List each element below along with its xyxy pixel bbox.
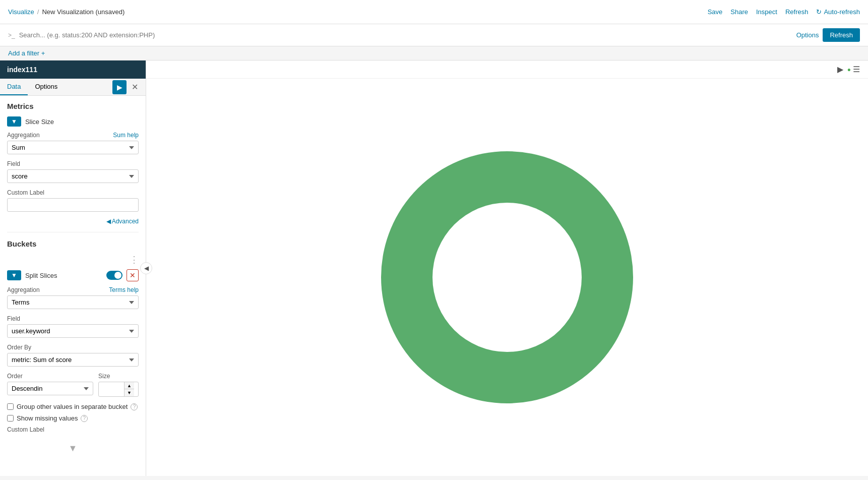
buckets-aggregation-label: Aggregation Terms help [7,286,139,293]
share-button[interactable]: Share [730,8,748,16]
search-input[interactable] [19,31,792,39]
search-bar: >_ Options Refresh [0,24,868,46]
split-slices-toggle-switch[interactable] [106,271,122,280]
panel-index-name: index111 [0,61,146,79]
advanced-link[interactable]: ◀ Advanced [7,218,139,225]
metrics-title: Metrics [7,102,139,110]
buckets-field-group: Field user.keyword [7,315,139,338]
size-label: Size [98,373,139,380]
auto-refresh-button[interactable]: ↻ Auto-refresh [816,8,860,16]
filter-bar: Add a filter + [0,46,868,61]
aggregation-select[interactable]: Sum [7,141,139,154]
chevron-down-icon-2: ▼ [11,272,17,279]
breadcrumb-current: New Visualization (unsaved) [42,8,125,16]
split-slices-row: ▼ Split Slices ✕ [7,269,139,281]
buckets-aggregation-help-link[interactable]: Terms help [109,286,139,293]
buckets-custom-label-group: Custom Label [7,426,139,433]
buckets-aggregation-label-text: Aggregation [7,286,40,293]
drag-handle-icon[interactable]: ⋮ [130,254,139,265]
aggregation-group: Aggregation Sum help Sum [7,132,139,154]
field-label-text: Field [7,160,20,167]
field-select[interactable]: score [7,169,139,183]
show-missing-help-icon[interactable]: ? [81,415,88,422]
left-panel: index111 Data Options ▶ ✕ Metrics [0,61,146,476]
split-slices-toggle[interactable]: ▼ [7,270,21,280]
auto-refresh-label: Auto-refresh [824,8,860,16]
aggregation-help-link[interactable]: Sum help [113,132,139,139]
panel-close-button[interactable]: ✕ [128,80,142,94]
close-icon: ✕ [132,82,138,92]
custom-label-input[interactable] [7,198,139,212]
aggregation-label-text: Aggregation [7,132,40,139]
advanced-label: Advanced [112,218,139,225]
viz-legend-button[interactable]: ● ☰ [847,65,860,74]
right-panel: ◀ ▶ ● ☰ [146,61,868,476]
refresh-icon: ↻ [816,8,822,16]
search-prompt-icon: >_ [8,32,15,39]
chevron-left-icon: ◀ [106,218,111,225]
buckets-section: Buckets ⋮ ▼ Split Slices ✕ [7,239,139,458]
buckets-aggregation-group: Aggregation Terms help Terms [7,286,139,309]
section-divider: ⋮ [7,254,139,265]
split-slices-label: Split Slices [25,272,57,279]
top-nav: Visualize / New Visualization (unsaved) … [0,0,868,24]
panel-run-button[interactable]: ▶ [112,80,127,94]
show-missing-label: Show missing values [17,414,78,422]
group-other-label: Group other values in separate bucket [17,403,128,410]
tab-data[interactable]: Data [0,79,28,95]
buckets-field-select[interactable]: user.keyword [7,324,139,338]
order-size-row: Order Descendin Size 5 ▲ [7,373,139,403]
custom-label-group: Custom Label [7,189,139,212]
delete-icon: ✕ [130,271,136,279]
save-button[interactable]: Save [708,8,723,16]
inspect-button[interactable]: Inspect [756,8,777,16]
custom-label-text: Custom Label [7,189,44,196]
field-group: Field score [7,160,139,183]
refresh-button-top[interactable]: Refresh [785,8,809,16]
viz-play-button[interactable]: ▶ [837,65,843,74]
add-filter-button[interactable]: Add a filter + [8,49,45,57]
slice-size-row: ▼ Slice Size [7,116,139,127]
viz-area [146,79,868,476]
order-label-text: Order [7,373,23,380]
order-by-group: Order By metric: Sum of score [7,344,139,367]
refresh-search-button[interactable]: Refresh [823,28,860,42]
donut-inner [432,203,582,352]
size-label-text: Size [98,373,110,380]
tab-options[interactable]: Options [28,79,65,95]
size-input[interactable]: 5 [99,383,124,396]
order-select[interactable]: Descendin [7,382,93,395]
top-nav-actions: Save Share Inspect Refresh ↻ Auto-refres… [708,8,860,16]
slice-size-toggle[interactable]: ▼ [7,116,21,127]
panel-tabs: Data Options ▶ ✕ [0,79,146,96]
buckets-custom-label-label: Custom Label [7,426,139,433]
show-missing-checkbox[interactable] [7,415,14,422]
slice-size-label: Slice Size [25,118,54,126]
order-group: Order Descendin [7,373,93,397]
group-other-help-icon[interactable]: ? [131,403,138,410]
show-missing-row: Show missing values ? [7,414,139,422]
breadcrumb-separator: / [37,8,39,16]
scroll-indicator: ▼ [7,439,139,458]
size-increment-button[interactable]: ▲ [124,382,134,389]
main-layout: index111 Data Options ▶ ✕ Metrics [0,61,868,476]
order-by-label: Order By [7,344,139,351]
order-by-label-text: Order By [7,344,31,351]
group-other-checkbox[interactable] [7,403,14,410]
custom-label-label: Custom Label [7,189,139,196]
size-decrement-button[interactable]: ▼ [124,389,134,396]
collapse-sidebar-button[interactable]: ◀ [140,262,152,274]
options-button[interactable]: Options [796,31,819,39]
play-icon: ▶ [117,83,122,91]
buckets-title: Buckets [7,239,139,248]
viz-play-icon: ▶ [837,65,843,74]
order-label: Order [7,373,93,380]
order-by-select[interactable]: metric: Sum of score [7,353,139,367]
breadcrumb-root[interactable]: Visualize [8,8,34,16]
split-slices-delete-button[interactable]: ✕ [127,269,139,281]
breadcrumb: Visualize / New Visualization (unsaved) [8,8,125,16]
chevron-down-icon: ▼ [11,118,17,125]
metrics-section: Metrics ▼ Slice Size Aggregation Sum hel… [7,102,139,225]
chevron-down-scroll-icon: ▼ [69,443,78,454]
buckets-aggregation-select[interactable]: Terms [7,295,139,309]
